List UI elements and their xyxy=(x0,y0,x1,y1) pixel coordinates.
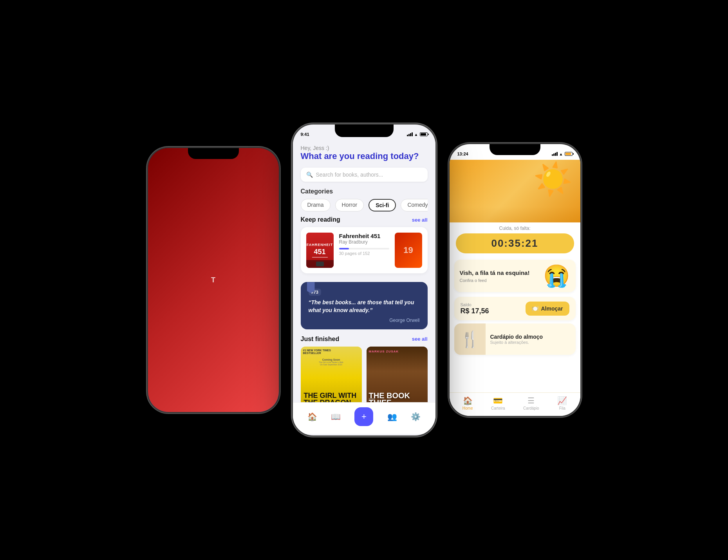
quote-text: “The best books... are those that tell y… xyxy=(309,299,420,314)
home-label-yellow: Home xyxy=(462,406,473,410)
search-bar-light[interactable]: 🔍 Search for books, authors... xyxy=(301,168,428,182)
nav-settings-light[interactable]: ⚙️ xyxy=(411,412,421,421)
queue-icon-yellow: 📈 xyxy=(557,396,567,405)
menu-icon-yellow: ☰ xyxy=(527,396,535,405)
cat-comedy[interactable]: Comedy xyxy=(401,199,427,211)
cat-scifi[interactable]: Sci-fi xyxy=(369,199,396,211)
yellow-screen: ☀️ Cuida, só falta: 00:35:21 Vish, a fil… xyxy=(450,160,580,416)
wallet-label-yellow: Carteira xyxy=(491,406,505,410)
timer-display: 00:35:21 xyxy=(456,233,574,253)
search-icon-light: 🔍 xyxy=(306,172,313,178)
home-icon: 🏠 xyxy=(307,412,317,421)
yellow-top-area: ☀️ xyxy=(450,160,580,222)
bottom-nav-light: 🏠 📖 + 👥 ⚙️ xyxy=(293,402,435,434)
home-icon-yellow: 🏠 xyxy=(463,396,473,405)
signal-bars-light xyxy=(407,132,413,136)
time-yellow: 13:24 xyxy=(457,152,468,156)
bookmark-icon xyxy=(307,282,315,293)
phone-dark: 12:22 ▲ Olá, Francisco 👋 xyxy=(147,147,280,413)
wifi-icon-yellow: ▲ xyxy=(559,152,563,156)
phones-container: 12:22 ▲ Olá, Francisco 👋 xyxy=(0,0,728,560)
progress-bar-container xyxy=(339,248,389,249)
just-finished-books: #1 NEW YORK TIMES BESTSELLER THE GIRL WI… xyxy=(301,347,428,409)
main-title: What are you reading today? xyxy=(301,151,428,161)
people-icon: 👥 xyxy=(387,412,397,421)
progress-bar-fill xyxy=(339,248,349,249)
nav-book-light[interactable]: 📖 xyxy=(331,412,341,421)
queue-card-sub: Confira o feed xyxy=(460,278,543,283)
light-header: Hey, Jess :) What are you reading today? xyxy=(293,140,435,164)
signal-bars-yellow xyxy=(552,152,558,156)
just-finished-see-all[interactable]: see all xyxy=(412,336,428,342)
nav-home-yellow[interactable]: 🏠 Home xyxy=(462,396,473,410)
nav-add-btn[interactable]: + xyxy=(354,407,373,426)
light-screen: Hey, Jess :) What are you reading today?… xyxy=(293,140,435,434)
queue-label-yellow: Fila xyxy=(559,406,565,410)
notch-dark xyxy=(188,148,239,159)
time-light: 9:41 xyxy=(301,132,309,137)
wifi-icon-light: ▲ xyxy=(414,132,418,137)
categories-scroll: Drama Horror Sci-fi Comedy Roman… xyxy=(301,199,428,211)
lunch-button[interactable]: 🍽️ Almoçar xyxy=(526,302,569,316)
phone-yellow: 13:24 ▲ ☀️ Cuida, só falta: xyxy=(448,143,582,417)
thief-publisher: bridge xyxy=(369,397,376,400)
cry-emoji: 😭 xyxy=(543,265,570,287)
book-sub-text: Coming Soon The Girl in the Spider's Web… xyxy=(305,358,358,366)
cat-horror[interactable]: Horror xyxy=(335,199,364,211)
add-icon: + xyxy=(361,412,367,422)
dark-screen: Olá, Francisco 👋 🔍 Search for books, aut… xyxy=(148,164,279,412)
notch-yellow xyxy=(490,144,540,155)
nyt-badge: #1 NEW YORK TIMES BESTSELLER xyxy=(303,349,334,355)
book-author: Ray Bradbury xyxy=(339,239,389,245)
timer-label: Cuida, só falta: xyxy=(456,226,574,231)
categories-section: Categories Drama Horror Sci-fi Comedy Ro… xyxy=(293,185,435,213)
nav-wallet-yellow[interactable]: 💳 Carteira xyxy=(491,396,505,410)
balance-info: Saldo R$ 17,56 xyxy=(461,302,489,315)
bottom-nav-yellow: 🏠 Home 💳 Carteira ☰ Cardápio 📈 Fila xyxy=(450,392,580,416)
book-thief[interactable]: MARKUS ZUSAK THE BOOK THIEF bridge xyxy=(367,347,428,409)
search-placeholder-light[interactable]: Search for books, authors... xyxy=(316,172,383,178)
battery-light xyxy=(420,132,428,136)
book-title: Fahrenheit 451 xyxy=(339,233,389,239)
book-icon: 📖 xyxy=(331,412,341,421)
queue-card[interactable]: Vish, a fila tá na esquina! Confira o fe… xyxy=(454,260,576,292)
menu-label-yellow: Cardápio xyxy=(523,406,539,410)
nav-queue-yellow[interactable]: 📈 Fila xyxy=(557,396,567,410)
book-cover-2: 19 xyxy=(395,233,422,268)
battery-yellow xyxy=(565,152,573,156)
reading-card[interactable]: FAHRENHEIT 451 Fahrenheit 451 Ray Bradbu… xyxy=(301,227,428,273)
queue-card-title: Vish, a fila tá na esquina! xyxy=(460,269,543,277)
quote-author: George Orwell xyxy=(309,318,420,323)
dark-main: Em alta ver todos MARVEL STUDIOS xyxy=(148,205,279,390)
phone-light: 9:41 ▲ Hey, Jess :) What are you reading… xyxy=(292,123,437,437)
movie-red[interactable]: T xyxy=(227,311,260,333)
quote-card: #73 “The best books... are those that te… xyxy=(301,282,428,329)
nav-home-light[interactable]: 🏠 xyxy=(307,412,317,421)
keep-reading-header: Keep reading see all xyxy=(301,216,428,223)
notch-light xyxy=(335,125,394,137)
queue-card-text: Vish, a fila tá na esquina! Confira o fe… xyxy=(460,269,543,283)
book-cover-f451: FAHRENHEIT 451 xyxy=(306,233,334,268)
menu-card[interactable]: 🍴 Cardápio do almoço Sujeito à alteraçõe… xyxy=(454,323,576,355)
f451-number: 451 xyxy=(314,248,325,255)
sun-emoji: ☀️ xyxy=(533,164,573,195)
just-finished-title: Just finished xyxy=(301,336,340,343)
nav-community-light[interactable]: 👥 xyxy=(387,412,397,421)
lunch-label: Almoçar xyxy=(541,305,563,312)
balance-amount: R$ 17,56 xyxy=(461,307,489,315)
status-icons-light: ▲ xyxy=(407,132,428,137)
book-girl-dragon[interactable]: #1 NEW YORK TIMES BESTSELLER THE GIRL WI… xyxy=(301,347,362,409)
progress-text: 30 pages of 152 xyxy=(339,251,389,256)
cat-drama[interactable]: Drama xyxy=(301,199,331,211)
movies-row: TOM CRUISE TOP GUN T xyxy=(154,311,273,333)
keep-reading-title: Keep reading xyxy=(301,216,340,223)
keep-reading-see-all[interactable]: see all xyxy=(412,217,428,223)
lunch-icon: 🍽️ xyxy=(532,305,538,312)
fork-knife-area: 🍴 xyxy=(454,323,486,355)
status-icons-yellow: ▲ xyxy=(552,152,573,156)
nav-menu-yellow[interactable]: ☰ Cardápio xyxy=(523,396,539,410)
fork-knife-icon: 🍴 xyxy=(460,330,480,349)
categories-label: Categories xyxy=(301,188,428,195)
keep-reading-section: Keep reading see all FAHRENHEIT 451 xyxy=(293,213,435,279)
just-finished-header: Just finished see all xyxy=(301,336,428,343)
